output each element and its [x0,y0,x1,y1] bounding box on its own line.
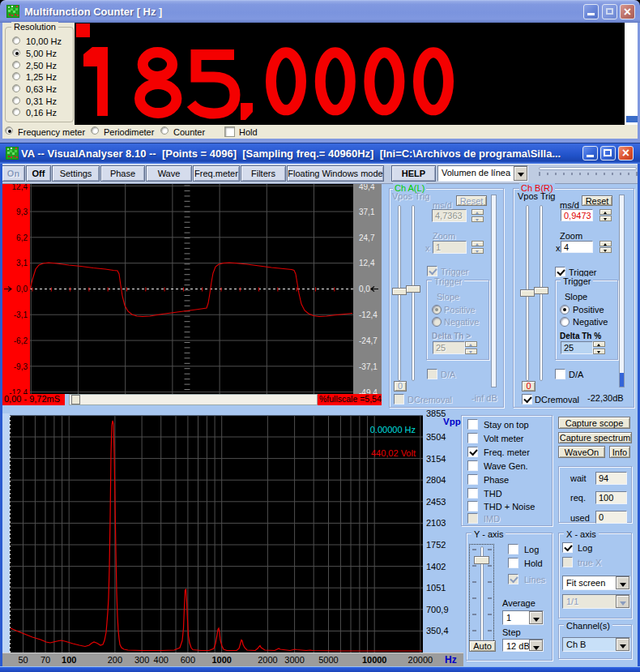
svg-text:-12,4: -12,4 [359,310,378,319]
svg-text:300: 300 [134,655,149,665]
svg-text:1752: 1752 [426,540,446,550]
svg-text:Hz: Hz [445,654,457,666]
svg-text:1051: 1051 [426,583,446,593]
svg-text:100: 100 [62,655,76,665]
svg-text:20000: 20000 [408,655,433,665]
svg-text:350,4: 350,4 [426,626,449,636]
svg-text:-6,2: -6,2 [14,336,28,345]
svg-text:2103: 2103 [426,518,446,528]
svg-text:2804: 2804 [426,475,446,485]
svg-text:1402: 1402 [426,562,446,571]
svg-text:0,0: 0,0 [359,285,370,293]
svg-text:10000: 10000 [362,655,387,665]
svg-text:12,4: 12,4 [359,259,375,268]
svg-text:3000: 3000 [284,655,304,665]
svg-text:3504: 3504 [426,432,446,442]
svg-text:3,1: 3,1 [16,259,28,268]
svg-text:0.00000 Hz: 0.00000 Hz [370,425,416,434]
svg-text:12,4: 12,4 [12,184,28,191]
svg-text:1000: 1000 [211,655,231,665]
svg-text:3154: 3154 [426,454,446,464]
svg-text:0,0: 0,0 [16,285,28,293]
svg-text:-37,1: -37,1 [359,362,378,371]
svg-text:-9,3: -9,3 [14,362,28,371]
svg-text:49,4: 49,4 [359,184,375,191]
svg-text:50: 50 [18,655,28,665]
svg-text:-24,7: -24,7 [359,336,378,345]
svg-text:2000: 2000 [258,655,277,665]
svg-text:24,7: 24,7 [359,233,375,242]
svg-text:400: 400 [154,655,169,665]
svg-text:6,2: 6,2 [16,233,28,242]
svg-text:70: 70 [41,655,50,665]
svg-text:200: 200 [108,655,122,665]
svg-text:600: 600 [181,655,195,665]
svg-text:9,3: 9,3 [16,208,28,216]
svg-text:Vpp: Vpp [443,417,461,426]
svg-text:-3,1: -3,1 [14,310,28,319]
svg-text:2453: 2453 [426,497,446,507]
svg-text:440,02 Volt: 440,02 Volt [371,448,416,458]
svg-text:37,1: 37,1 [359,208,375,216]
svg-text:5000: 5000 [318,655,338,665]
svg-text:700,9: 700,9 [426,605,449,614]
